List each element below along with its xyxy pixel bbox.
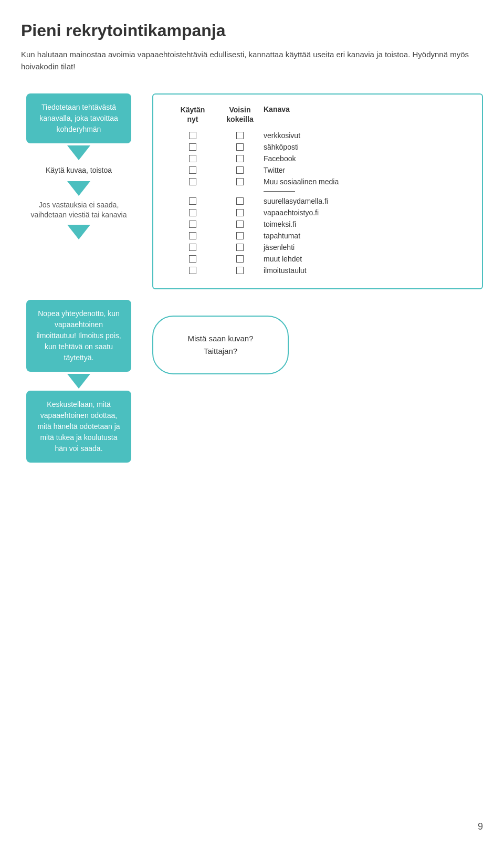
checkbox-voisin-11[interactable] bbox=[236, 255, 244, 263]
checkbox-cell-voisin bbox=[216, 209, 264, 216]
page-title: Pieni rekrytointikampanja bbox=[21, 21, 483, 40]
channel-jasenlehti: jäsenlehti bbox=[264, 243, 466, 252]
channel-tapahtumat: tapahtumat bbox=[264, 232, 466, 240]
channel-muut-lehdet: muut lehdet bbox=[264, 255, 466, 263]
channel-muu-sosiaalinen: Muu sosiaalinen media bbox=[264, 177, 466, 186]
subtitle: Kun halutaan mainostaa avoimia vapaaehto… bbox=[21, 49, 483, 72]
checkbox-cell-kayta bbox=[169, 244, 216, 251]
checkbox-voisin-10[interactable] bbox=[236, 244, 244, 251]
right-column: Käytän nyt Voisin kokeilla Kanava verkko… bbox=[152, 93, 483, 289]
channel-toimeksi: toimeksi.fi bbox=[264, 220, 466, 228]
checkbox-kayta-6[interactable] bbox=[189, 197, 196, 205]
checkbox-cell-voisin bbox=[216, 255, 264, 263]
checkbox-cell-voisin bbox=[216, 178, 264, 185]
checkbox-cell-kayta bbox=[169, 132, 216, 139]
checkbox-voisin-2[interactable] bbox=[236, 143, 244, 151]
checkbox-cell-kayta bbox=[169, 166, 216, 174]
checkbox-kayta-1[interactable] bbox=[189, 132, 196, 139]
table-row: sähköposti bbox=[169, 143, 466, 151]
table-row: Twitter bbox=[169, 166, 466, 174]
table-row: Facebook bbox=[169, 154, 466, 163]
checkbox-kayta-2[interactable] bbox=[189, 143, 196, 151]
info-box: Mistä saan kuvan? Taittajan? bbox=[152, 316, 289, 374]
col-kayta-header: Käytän nyt bbox=[169, 105, 216, 124]
tiedotetaan-box: Tiedotetaan tehtävästä kanavalla, joka t… bbox=[26, 93, 131, 143]
checkbox-kayta-10[interactable] bbox=[189, 244, 196, 251]
checkbox-cell-kayta bbox=[169, 178, 216, 185]
checkbox-voisin-4[interactable] bbox=[236, 166, 244, 174]
checkbox-voisin-5[interactable] bbox=[236, 178, 244, 185]
arrow-1 bbox=[67, 145, 90, 160]
channel-sahkoposti: sähköposti bbox=[264, 143, 466, 151]
bottom-section: Nopea yhteydenotto, kun vapaaehtoinen il… bbox=[21, 300, 483, 463]
bottom-right-column: Mistä saan kuvan? Taittajan? bbox=[152, 300, 483, 374]
checkbox-cell-kayta bbox=[169, 155, 216, 162]
channel-verkkosivut: verkkosivut bbox=[264, 131, 466, 140]
channel-suurellasydamella: suurellasydamella.fi bbox=[264, 197, 466, 205]
table-header: Käytän nyt Voisin kokeilla Kanava bbox=[169, 105, 466, 126]
checkbox-voisin-6[interactable] bbox=[236, 197, 244, 205]
checkbox-voisin-8[interactable] bbox=[236, 221, 244, 228]
checkbox-kayta-8[interactable] bbox=[189, 221, 196, 228]
checkbox-cell-voisin bbox=[216, 232, 264, 239]
table-divider bbox=[264, 191, 295, 192]
arrow-2 bbox=[67, 181, 90, 196]
last-teal-box: Keskustellaan, mitä vapaaehtoinen odotta… bbox=[26, 391, 131, 463]
table-row: suurellasydamella.fi bbox=[169, 197, 466, 205]
checkbox-voisin-1[interactable] bbox=[236, 132, 244, 139]
channel-table: Käytän nyt Voisin kokeilla Kanava verkko… bbox=[152, 93, 483, 289]
nopea-box: Nopea yhteydenotto, kun vapaaehtoinen il… bbox=[26, 300, 131, 372]
arrow-4 bbox=[67, 374, 90, 389]
checkbox-kayta-9[interactable] bbox=[189, 232, 196, 239]
checkbox-cell-voisin bbox=[216, 143, 264, 151]
channel-vapaaehtoistyo: vapaaehtoistyo.fi bbox=[264, 208, 466, 217]
table-row: jäsenlehti bbox=[169, 243, 466, 252]
checkbox-cell-kayta bbox=[169, 221, 216, 228]
checkbox-kayta-4[interactable] bbox=[189, 166, 196, 174]
jos-vastauksia-label: Jos vastauksia ei saada, vaihdetaan vies… bbox=[26, 200, 131, 221]
checkbox-cell-voisin bbox=[216, 166, 264, 174]
main-layout: Tiedotetaan tehtävästä kanavalla, joka t… bbox=[21, 93, 483, 289]
info-box-line1: Mistä saan kuvan? bbox=[187, 334, 253, 343]
checkbox-cell-voisin bbox=[216, 155, 264, 162]
table-row: muut lehdet bbox=[169, 255, 466, 263]
info-box-line2: Taittajan? bbox=[204, 347, 237, 355]
table-row: Muu sosiaalinen media bbox=[169, 177, 466, 186]
table-row: tapahtumat bbox=[169, 232, 466, 240]
channel-ilmoitustaulut: ilmoitustaulut bbox=[264, 266, 466, 275]
checkbox-kayta-11[interactable] bbox=[189, 255, 196, 263]
checkbox-voisin-9[interactable] bbox=[236, 232, 244, 239]
table-row: ilmoitustaulut bbox=[169, 266, 466, 275]
checkbox-cell-voisin bbox=[216, 132, 264, 139]
checkbox-cell-kayta bbox=[169, 267, 216, 274]
checkbox-cell-kayta bbox=[169, 255, 216, 263]
checkbox-cell-kayta bbox=[169, 209, 216, 216]
bottom-left-column: Nopea yhteydenotto, kun vapaaehtoinen il… bbox=[21, 300, 136, 463]
checkbox-kayta-3[interactable] bbox=[189, 155, 196, 162]
checkbox-voisin-3[interactable] bbox=[236, 155, 244, 162]
checkbox-cell-kayta bbox=[169, 232, 216, 239]
checkbox-voisin-12[interactable] bbox=[236, 267, 244, 274]
checkbox-voisin-7[interactable] bbox=[236, 209, 244, 216]
checkbox-cell-kayta bbox=[169, 197, 216, 205]
checkbox-cell-voisin bbox=[216, 221, 264, 228]
checkbox-cell-voisin bbox=[216, 244, 264, 251]
checkbox-kayta-7[interactable] bbox=[189, 209, 196, 216]
table-row: toimeksi.fi bbox=[169, 220, 466, 228]
channel-facebook: Facebook bbox=[264, 154, 466, 163]
table-row: verkkosivut bbox=[169, 131, 466, 140]
checkbox-kayta-5[interactable] bbox=[189, 178, 196, 185]
col-kanava-header: Kanava bbox=[264, 105, 466, 124]
page-number: 9 bbox=[478, 821, 483, 832]
kayta-kuvaa-label: Käytä kuvaa, toistoa bbox=[26, 165, 131, 176]
checkbox-kayta-12[interactable] bbox=[189, 267, 196, 274]
checkbox-cell-kayta bbox=[169, 143, 216, 151]
col-voisin-header: Voisin kokeilla bbox=[216, 105, 264, 124]
table-row: vapaaehtoistyo.fi bbox=[169, 208, 466, 217]
channel-twitter: Twitter bbox=[264, 166, 466, 174]
left-column: Tiedotetaan tehtävästä kanavalla, joka t… bbox=[21, 93, 136, 242]
arrow-3 bbox=[67, 225, 90, 239]
checkbox-cell-voisin bbox=[216, 197, 264, 205]
checkbox-cell-voisin bbox=[216, 267, 264, 274]
